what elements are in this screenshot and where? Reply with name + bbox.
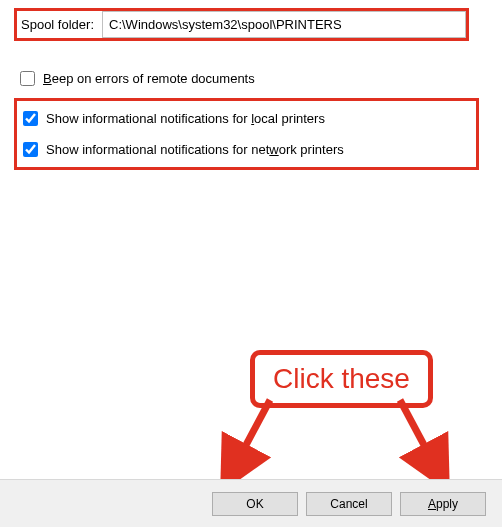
cancel-button[interactable]: Cancel — [306, 492, 392, 516]
beep-checkbox[interactable] — [20, 71, 35, 86]
spool-folder-row: Spool folder: — [14, 8, 469, 41]
network-notifications-row[interactable]: Show informational notifications for net… — [17, 134, 476, 165]
local-notifications-checkbox[interactable] — [23, 111, 38, 126]
beep-label: Beep on errors of remote documents — [43, 71, 255, 86]
arrow-to-apply-icon — [385, 395, 465, 490]
ok-button[interactable]: OK — [212, 492, 298, 516]
local-notifications-label: Show informational notifications for loc… — [46, 111, 325, 126]
apply-button[interactable]: Apply — [400, 492, 486, 516]
network-notifications-checkbox[interactable] — [23, 142, 38, 157]
svg-line-3 — [400, 400, 440, 475]
spool-folder-input[interactable] — [102, 11, 466, 38]
beep-checkbox-row[interactable]: Beep on errors of remote documents — [14, 65, 488, 92]
notification-highlight-box: Show informational notifications for loc… — [14, 98, 479, 170]
svg-line-1 — [230, 400, 270, 475]
local-notifications-row[interactable]: Show informational notifications for loc… — [17, 103, 476, 134]
network-notifications-label: Show informational notifications for net… — [46, 142, 344, 157]
spool-folder-label: Spool folder: — [17, 11, 102, 38]
arrow-to-ok-icon — [215, 395, 295, 490]
annotation-callout: Click these — [250, 350, 433, 408]
dialog-button-bar: OK Cancel Apply — [0, 479, 502, 527]
